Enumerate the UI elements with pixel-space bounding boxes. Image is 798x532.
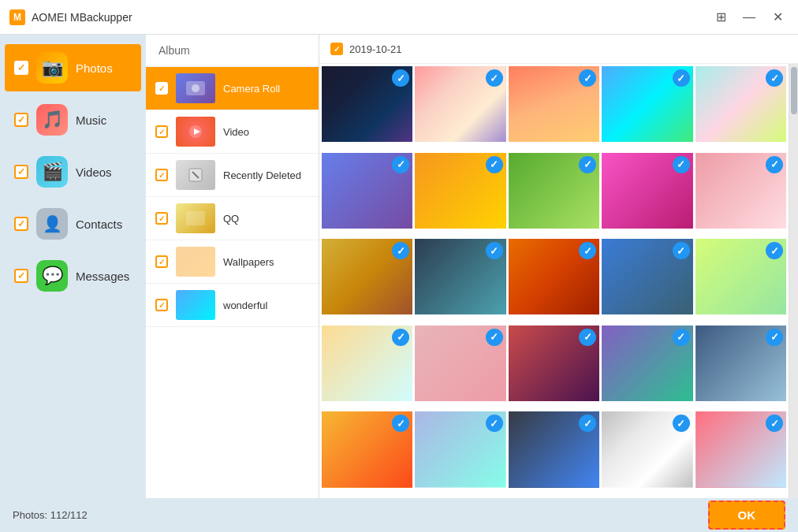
album-item-qq[interactable]: QQ xyxy=(146,197,319,240)
photo-cell[interactable]: ✓ xyxy=(602,326,692,401)
album-item-wonderful[interactable]: wonderful xyxy=(146,284,319,327)
photo-checkbox[interactable]: ✓ xyxy=(766,329,783,346)
photo-checkbox[interactable]: ✓ xyxy=(673,242,690,259)
app-title: AOMEI MBackupper xyxy=(32,11,132,24)
video-thumb xyxy=(176,117,215,147)
photo-cell[interactable]: ✓ xyxy=(322,411,412,487)
wallpapers-thumb xyxy=(176,247,215,277)
video-checkbox[interactable] xyxy=(155,125,168,138)
sidebar-item-photos[interactable]: 📷 Photos xyxy=(5,44,141,91)
photos-count: Photos: 112/112 xyxy=(13,509,88,521)
photo-checkbox[interactable]: ✓ xyxy=(766,156,783,173)
photo-cell[interactable]: ✓ xyxy=(695,153,786,229)
sidebar-label-photos: Photos xyxy=(76,61,113,75)
sidebar-label-music: Music xyxy=(76,113,106,127)
recently-deleted-checkbox[interactable] xyxy=(155,169,168,181)
videos-checkbox[interactable] xyxy=(14,165,28,179)
photo-checkbox[interactable]: ✓ xyxy=(579,329,596,346)
qq-thumb xyxy=(176,203,215,233)
photo-cell[interactable]: ✓ xyxy=(322,326,412,401)
album-item-video[interactable]: Video xyxy=(146,110,319,154)
photo-checkbox[interactable]: ✓ xyxy=(392,156,409,173)
photo-grid-panel: 2019-10-21 ✓✓✓✓✓✓✓✓✓✓✓✓✓✓✓✓✓✓✓✓✓✓✓✓✓ xyxy=(319,35,798,498)
photo-checkbox[interactable]: ✓ xyxy=(766,69,783,87)
album-item-camera-roll[interactable]: Camera Roll xyxy=(146,67,319,110)
photo-cell[interactable]: ✓ xyxy=(509,411,599,487)
recently-deleted-thumb xyxy=(176,160,215,190)
photo-grid-header: 2019-10-21 xyxy=(319,35,798,64)
photo-cell[interactable]: ✓ xyxy=(695,326,786,401)
sidebar-label-contacts: Contacts xyxy=(76,218,122,231)
photo-cell[interactable]: ✓ xyxy=(602,411,692,487)
sidebar-item-music[interactable]: 🎵 Music xyxy=(5,96,141,143)
wallpapers-checkbox[interactable] xyxy=(155,255,168,268)
date-select-all-checkbox[interactable] xyxy=(330,43,343,55)
photo-checkbox[interactable]: ✓ xyxy=(579,156,596,173)
photo-cell[interactable]: ✓ xyxy=(415,326,505,401)
photo-checkbox[interactable]: ✓ xyxy=(486,242,503,259)
photo-cell[interactable]: ✓ xyxy=(415,239,505,314)
title-bar-left: M AOMEI MBackupper xyxy=(9,9,132,25)
photo-cell[interactable]: ✓ xyxy=(602,239,692,314)
qq-checkbox[interactable] xyxy=(155,212,168,225)
list-view-button[interactable]: ⊞ xyxy=(710,6,732,28)
status-bar: Photos: 112/112 OK xyxy=(0,498,798,532)
svg-rect-6 xyxy=(186,211,205,225)
videos-icon: 🎬 xyxy=(36,156,68,188)
photos-checkbox[interactable] xyxy=(14,61,28,75)
photo-cell[interactable]: ✓ xyxy=(322,239,412,314)
wonderful-thumb xyxy=(176,290,215,320)
wonderful-label: wonderful xyxy=(223,299,267,311)
photo-grid: ✓✓✓✓✓✓✓✓✓✓✓✓✓✓✓✓✓✓✓✓✓✓✓✓✓ xyxy=(319,64,789,498)
camera-roll-checkbox[interactable] xyxy=(155,82,168,95)
messages-icon: 💬 xyxy=(36,260,68,292)
photo-cell[interactable]: ✓ xyxy=(509,153,599,229)
wallpapers-label: Wallpapers xyxy=(223,256,274,268)
photo-cell[interactable]: ✓ xyxy=(602,153,692,229)
title-bar: M AOMEI MBackupper ⊞ — ✕ xyxy=(0,0,798,35)
title-bar-controls: ⊞ — ✕ xyxy=(710,6,789,28)
photo-checkbox[interactable]: ✓ xyxy=(673,329,690,346)
album-header: Album xyxy=(146,35,319,67)
camera-roll-thumb xyxy=(176,73,215,103)
scrollbar[interactable] xyxy=(789,64,798,498)
photo-cell[interactable]: ✓ xyxy=(695,66,786,142)
scroll-thumb[interactable] xyxy=(791,67,797,114)
sidebar-label-videos: Videos xyxy=(76,166,112,179)
album-item-wallpapers[interactable]: Wallpapers xyxy=(146,240,319,284)
music-checkbox[interactable] xyxy=(14,113,28,127)
ok-button[interactable]: OK xyxy=(708,500,786,530)
photo-checkbox[interactable]: ✓ xyxy=(673,69,690,87)
sidebar-item-videos[interactable]: 🎬 Videos xyxy=(5,148,141,195)
photo-cell[interactable]: ✓ xyxy=(322,153,412,229)
video-label: Video xyxy=(223,126,249,138)
album-panel: Album Camera Roll xyxy=(146,35,319,498)
close-button[interactable]: ✕ xyxy=(766,6,789,28)
photo-cell[interactable]: ✓ xyxy=(509,239,599,314)
contacts-checkbox[interactable] xyxy=(14,217,28,231)
photo-cell[interactable]: ✓ xyxy=(695,411,786,487)
camera-roll-icon xyxy=(184,76,207,100)
minimize-icon: — xyxy=(743,10,755,24)
photo-checkbox[interactable]: ✓ xyxy=(673,156,690,173)
photo-cell[interactable]: ✓ xyxy=(509,66,599,142)
sidebar-item-contacts[interactable]: 👤 Contacts xyxy=(5,200,141,247)
minimize-button[interactable]: — xyxy=(738,6,760,28)
photo-cell[interactable]: ✓ xyxy=(695,239,786,314)
photo-cell[interactable]: ✓ xyxy=(322,66,412,142)
album-list: Camera Roll Video xyxy=(146,67,319,498)
album-item-recently-deleted[interactable]: Recently Deleted xyxy=(146,154,319,197)
photo-checkbox[interactable]: ✓ xyxy=(486,329,503,346)
messages-checkbox[interactable] xyxy=(14,269,28,283)
wonderful-checkbox[interactable] xyxy=(155,299,168,311)
photo-cell[interactable]: ✓ xyxy=(602,66,692,142)
sidebar-item-messages[interactable]: 💬 Messages xyxy=(5,252,141,299)
photo-checkbox[interactable]: ✓ xyxy=(486,156,503,173)
photo-cell[interactable]: ✓ xyxy=(415,153,505,229)
qq-label: QQ xyxy=(223,213,239,225)
photo-cell[interactable]: ✓ xyxy=(415,66,505,142)
photo-checkbox[interactable]: ✓ xyxy=(673,415,690,432)
photo-checkbox[interactable]: ✓ xyxy=(486,69,503,87)
photo-cell[interactable]: ✓ xyxy=(415,411,505,487)
photo-cell[interactable]: ✓ xyxy=(509,326,599,401)
